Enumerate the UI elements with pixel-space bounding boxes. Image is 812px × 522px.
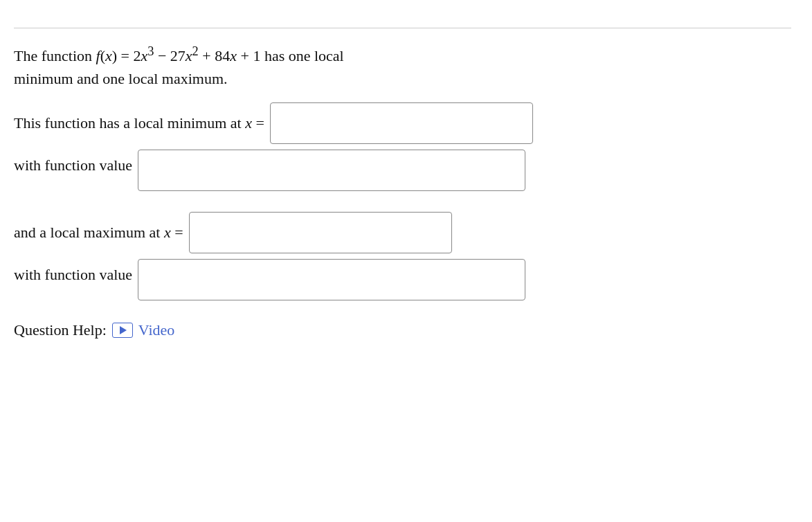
local-max-fval-row: with function value: [14, 259, 791, 300]
local-min-x-input[interactable]: [271, 103, 532, 143]
with-function-value-label-2: with function value: [14, 259, 132, 284]
local-min-x-row: This function has a local minimum at x =: [14, 102, 791, 144]
local-max-fval-input[interactable]: [138, 260, 525, 300]
question-help-row: Question Help: Video: [14, 321, 791, 339]
local-max-label: and a local maximum at x =: [14, 224, 183, 242]
question-help-label: Question Help:: [14, 321, 107, 339]
local-min-label: This function has a local minimum at x =: [14, 114, 264, 132]
problem-container: The function f(x) = 2x3 − 27x2 + 84x + 1…: [14, 21, 791, 346]
local-max-x-input[interactable]: [190, 213, 451, 253]
local-min-fval-row: with function value: [14, 150, 791, 191]
local-max-x-row: and a local maximum at x =: [14, 212, 791, 253]
local-max-fval-box[interactable]: [138, 259, 525, 300]
play-triangle: [120, 326, 127, 334]
top-divider: [14, 28, 791, 28]
local-min-fval-box[interactable]: [138, 150, 525, 191]
with-function-value-label-1: with function value: [14, 150, 132, 174]
local-max-x-box[interactable]: [189, 212, 452, 253]
intro-text: The function f(x) = 2x3 − 27x2 + 84x + 1…: [14, 42, 791, 90]
local-min-x-box[interactable]: [270, 102, 533, 144]
video-icon[interactable]: [112, 323, 133, 338]
video-link[interactable]: Video: [138, 321, 174, 339]
local-min-fval-input[interactable]: [138, 150, 525, 190]
